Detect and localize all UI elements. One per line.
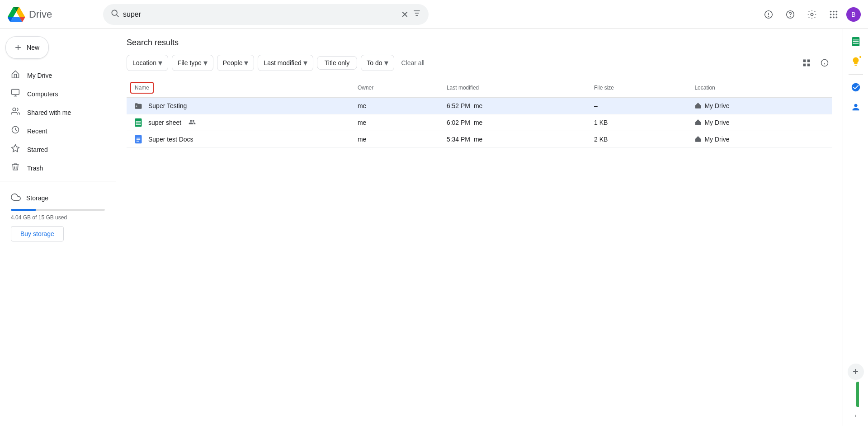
svg-point-12 [836, 10, 838, 12]
plus-icon: + [15, 42, 21, 53]
table-row[interactable]: super sheet me 6:02 PM me [127, 114, 832, 131]
search-input[interactable] [123, 10, 397, 19]
filter-title-only-label: Title only [325, 59, 350, 66]
svg-point-0 [112, 10, 117, 15]
chevron-down-icon: ▾ [203, 58, 208, 68]
svg-point-16 [830, 16, 832, 18]
topbar: Drive ✕ [0, 0, 868, 29]
filter-people[interactable]: People ▾ [217, 55, 255, 71]
storage-title: Storage [26, 194, 48, 202]
chevron-down-icon: ▾ [303, 58, 307, 68]
badge-dot [859, 55, 862, 59]
svg-point-15 [836, 14, 838, 15]
sidebar-item-shared-with-me[interactable]: Shared with me [0, 103, 108, 122]
file-row-name: super sheet [134, 118, 343, 127]
help-icon[interactable] [781, 5, 799, 24]
content-area: Search results Location ▾ File type ▾ Pe… [116, 29, 843, 426]
svg-rect-46 [853, 43, 859, 44]
trash-icon [11, 162, 20, 174]
grid-view-button[interactable] [799, 56, 814, 70]
folder-icon [134, 101, 143, 110]
svg-point-6 [769, 16, 769, 16]
sidebar-item-trash[interactable]: Trash [0, 159, 108, 177]
shared-icon [11, 107, 20, 118]
sheets-icon [134, 118, 143, 127]
col-header-name: Name [127, 78, 350, 98]
settings-icon[interactable] [803, 5, 821, 24]
sidebar-item-my-drive[interactable]: My Drive [0, 66, 108, 85]
keep-panel-icon[interactable] [847, 52, 865, 71]
file-row-name: Super Testing [134, 101, 343, 110]
search-clear-icon[interactable]: ✕ [401, 9, 409, 20]
sidebar-item-label: Shared with me [27, 109, 71, 116]
google-drive-logo [7, 7, 25, 22]
filter-file-type[interactable]: File type ▾ [172, 55, 213, 71]
sidebar-item-starred[interactable]: Starred [0, 140, 108, 159]
filter-to-do[interactable]: To do ▾ [361, 55, 394, 71]
svg-rect-44 [853, 39, 859, 40]
collapse-panel-arrow[interactable]: › [855, 409, 857, 422]
main-layout: + New My Drive Computers [0, 29, 868, 426]
file-name: Super test Docs [148, 136, 193, 143]
modified-cell: 5:34 PM me [439, 131, 587, 148]
table-row[interactable]: Super Testing me 6:52 PM me – [127, 98, 832, 114]
search-filter-icon[interactable] [412, 9, 421, 20]
size-cell: 2 KB [587, 131, 687, 148]
apps-icon[interactable] [825, 5, 843, 24]
sheets-panel-icon[interactable] [847, 33, 865, 51]
search-bar[interactable]: ✕ [103, 4, 429, 25]
docs-icon [134, 135, 143, 144]
svg-point-9 [811, 13, 813, 16]
sidebar-item-computers[interactable]: Computers [0, 85, 108, 103]
results-table: Name Owner Last modified File size [127, 78, 832, 148]
file-name-cell: Super Testing [127, 98, 350, 114]
table-row[interactable]: Super test Docs me 5:34 PM me 2 KB [127, 131, 832, 148]
cloud-icon [11, 192, 21, 204]
svg-point-8 [790, 16, 791, 17]
avatar[interactable]: B [846, 7, 861, 22]
modified-cell: 6:52 PM me [439, 98, 587, 114]
filter-location-label: Location [132, 59, 156, 66]
info-icon[interactable] [817, 56, 832, 70]
clear-all-button[interactable]: Clear all [398, 57, 428, 69]
buy-storage-button[interactable]: Buy storage [11, 226, 64, 241]
location-cell: My Drive [687, 131, 832, 148]
sidebar-item-label: Recent [27, 128, 47, 135]
filter-last-modified[interactable]: Last modified ▾ [258, 55, 313, 71]
topbar-right: B [760, 5, 861, 24]
filter-location[interactable]: Location ▾ [127, 55, 168, 71]
content-inner: Search results Location ▾ File type ▾ Pe… [116, 29, 843, 157]
recent-icon [11, 125, 20, 137]
size-cell: 1 KB [587, 114, 687, 131]
file-name-cell: super sheet [127, 114, 350, 131]
chevron-down-icon: ▾ [244, 58, 248, 68]
shared-people-icon [189, 118, 196, 127]
sidebar-item-label: Trash [27, 165, 43, 172]
filter-to-do-label: To do [367, 59, 382, 66]
filter-title-only[interactable]: Title only [317, 56, 358, 70]
location-content: My Drive [694, 102, 825, 110]
owner-cell: me [350, 131, 439, 148]
sidebar-item-recent[interactable]: Recent [0, 122, 108, 140]
svg-rect-42 [137, 141, 139, 142]
right-panel: + › [843, 29, 868, 426]
svg-rect-26 [807, 60, 810, 62]
add-panel-button[interactable]: + [848, 364, 864, 380]
green-panel-bar[interactable] [856, 382, 859, 407]
feedback-icon[interactable] [760, 5, 778, 24]
contacts-panel-icon[interactable] [847, 98, 865, 116]
svg-point-22 [13, 108, 16, 111]
col-header-file-size: File size [587, 78, 687, 98]
tasks-panel-icon[interactable] [847, 78, 865, 96]
file-name: super sheet [148, 119, 181, 126]
new-button[interactable]: + New [5, 36, 49, 59]
new-button-label: New [27, 44, 39, 51]
page-title: Search results [127, 38, 832, 47]
storage-bar-fill [11, 209, 36, 211]
app-title: Drive [29, 9, 52, 20]
svg-point-18 [836, 16, 838, 18]
chevron-down-icon: ▾ [158, 58, 162, 68]
storage-label: Storage [11, 192, 105, 204]
my-drive-icon [11, 70, 20, 81]
svg-line-1 [117, 15, 119, 17]
